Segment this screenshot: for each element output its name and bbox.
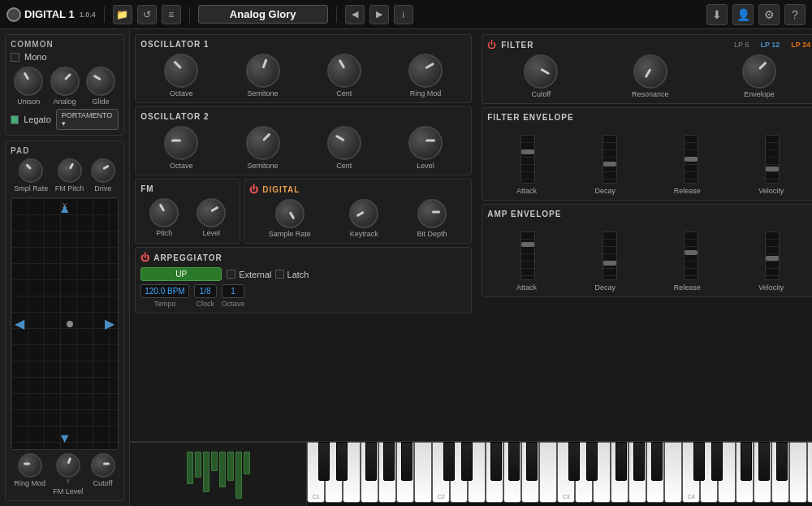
analog-knob[interactable] [50,67,80,96]
black-key-oct1-4[interactable] [401,442,412,481]
pad-right-arrow[interactable]: ▶ [105,316,114,331]
arp-octave-field[interactable]: 1 [222,284,244,298]
amp-attack-track[interactable] [520,231,535,280]
pad-xy-grid[interactable]: X ◀ ▶ ▲ ▼ [11,197,119,450]
preset-name[interactable]: Analog Glory [198,5,328,24]
tempo-field[interactable]: 120.0 BPM [140,284,188,298]
black-key-oct4-3[interactable] [758,442,770,481]
osc2-level-knob[interactable] [408,126,443,160]
amp-release-track[interactable] [684,231,698,280]
fm-pitch-knob[interactable] [58,158,82,183]
black-key-oct2-4[interactable] [526,442,538,481]
filter-decay-track[interactable] [603,135,617,184]
black-key-oct2-0[interactable] [443,442,455,481]
black-key-oct1-3[interactable] [383,442,395,481]
fm-level-knob[interactable]: Y [56,453,80,478]
filter-power-icon[interactable]: ⏻ [487,40,496,50]
key-b4[interactable] [789,442,807,503]
black-key-oct4-4[interactable] [776,442,788,481]
keytrack-knob[interactable] [349,199,378,228]
key-c5[interactable]: C5 [807,442,812,503]
filter-attack-thumb[interactable] [521,149,534,154]
amp-attack-thumb[interactable] [521,242,534,247]
filter-attack-track[interactable] [520,135,535,184]
key-b3[interactable] [664,442,682,503]
help-btn[interactable]: ? [784,4,806,25]
osc1-octave-knob[interactable] [164,54,198,88]
download-btn[interactable]: ⬇ [706,4,728,25]
file-btn[interactable]: 📁 [113,5,132,24]
settings-btn[interactable]: ≡ [162,5,181,24]
clock-field[interactable]: 1/8 [194,284,217,298]
digital-power-icon[interactable]: ⏻ [249,184,259,194]
cutoff-pad-knob[interactable] [91,453,115,478]
amp-velocity-track[interactable] [765,231,780,280]
black-key-oct3-4[interactable] [651,442,663,481]
filter-release-thumb[interactable] [685,157,698,162]
legato-checkbox[interactable] [11,115,19,124]
fm-pitch-ctrl[interactable] [149,198,179,227]
fm-level-ctrl[interactable] [197,198,226,227]
drive-knob[interactable] [91,158,115,183]
osc2-cent-knob[interactable] [327,126,361,160]
lp24-btn[interactable]: LP 24 [788,40,812,50]
filter-velocity-thumb[interactable] [766,167,779,171]
black-key-oct1-2[interactable] [365,442,377,481]
key-b2[interactable] [539,442,557,503]
lp6-btn[interactable]: LP 6 [732,40,751,50]
sample-rate-knob[interactable] [275,199,304,228]
next-preset-btn[interactable]: ▶ [369,5,389,24]
pad-dot[interactable] [67,321,73,327]
smpl-rate-knob[interactable] [19,158,43,183]
osc1-ringmod-knob[interactable] [408,54,443,88]
black-key-oct3-0[interactable] [568,442,580,481]
undo-btn[interactable]: ↺ [137,5,157,24]
prev-preset-btn[interactable]: ◀ [345,5,365,24]
external-checkbox[interactable] [227,270,235,279]
black-key-oct3-3[interactable] [633,442,645,481]
lp12-btn[interactable]: LP 12 [758,40,782,50]
black-key-oct2-2[interactable] [490,442,502,481]
black-key-oct1-0[interactable] [318,442,330,481]
resonance-knob[interactable] [633,54,667,89]
pad-down-arrow[interactable]: ▼ [58,431,71,446]
pad-left-arrow[interactable]: ◀ [15,316,24,331]
black-key-oct2-3[interactable] [508,442,520,481]
portamento-btn[interactable]: PORTAMENTO ▾ [56,109,119,130]
black-key-oct4-1[interactable] [711,442,723,481]
gear-btn[interactable]: ⚙ [758,4,780,25]
amp-decay-track[interactable] [603,231,617,280]
black-key-oct2-1[interactable] [461,442,473,481]
black-key-oct4-2[interactable] [741,442,752,481]
filter-env-knob[interactable] [742,54,776,89]
mono-checkbox[interactable] [11,53,19,62]
amp-release-thumb[interactable] [685,250,698,255]
osc2-semitone-knob[interactable] [246,126,280,160]
bit-depth-knob[interactable] [417,199,447,228]
user-btn[interactable]: 👤 [732,4,754,25]
filter-velocity-track[interactable] [765,135,780,184]
glide-knob[interactable] [86,67,115,96]
osc1-semitone-knob[interactable] [246,54,280,88]
ring-mod-knob[interactable] [18,453,42,478]
pad-up-arrow[interactable]: ▲ [58,201,71,216]
black-key-oct3-1[interactable] [586,442,598,481]
latch-checkbox[interactable] [275,270,284,279]
black-key-oct3-2[interactable] [615,442,627,481]
osc1-cent-knob[interactable] [327,54,361,88]
filter-release-track[interactable] [684,135,698,184]
info-btn[interactable]: i [394,5,413,24]
digital-title: ⏻ DIGITAL [249,184,466,194]
amp-decay-thumb[interactable] [603,261,616,266]
amp-velocity-thumb[interactable] [766,256,779,261]
osc2-octave-knob[interactable] [164,126,198,160]
arp-controls: UP External Latch [140,267,466,281]
arp-direction[interactable]: UP [140,267,222,281]
cutoff-knob[interactable] [524,54,558,89]
arp-power-icon[interactable]: ⏻ [140,253,150,262]
black-key-oct1-1[interactable] [336,442,348,481]
black-key-oct4-0[interactable] [693,442,705,481]
key-b1[interactable] [414,442,432,503]
filter-decay-thumb[interactable] [603,162,616,167]
unison-knob[interactable] [14,67,43,96]
